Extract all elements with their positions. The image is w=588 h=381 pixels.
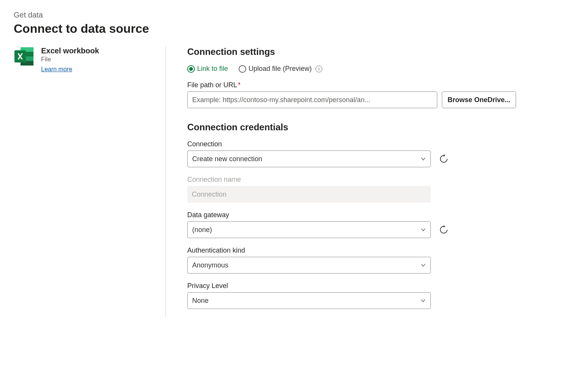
privacy-value: None [192, 297, 209, 305]
radio-link-to-file[interactable]: Link to file [187, 65, 228, 73]
source-type: File [41, 56, 99, 63]
gateway-label: Data gateway [187, 211, 516, 219]
info-icon[interactable]: i [316, 66, 322, 72]
radio-upload-label: Upload file (Preview) [249, 65, 312, 73]
radio-link-label: Link to file [197, 65, 228, 73]
chevron-down-icon [421, 156, 426, 162]
page-title: Connect to data source [14, 22, 574, 36]
connection-settings-heading: Connection settings [187, 46, 516, 57]
browse-onedrive-button[interactable]: Browse OneDrive... [442, 91, 516, 108]
auth-label: Authentication kind [187, 247, 516, 255]
filepath-input[interactable] [187, 91, 437, 108]
connection-credentials-heading: Connection credentials [187, 122, 516, 133]
refresh-gateway-button[interactable] [438, 224, 449, 235]
filepath-label: File path or URL* [187, 81, 516, 89]
breadcrumb: Get data [14, 11, 574, 19]
connection-dropdown[interactable]: Create new connection [187, 150, 431, 167]
learn-more-link[interactable]: Learn more [41, 66, 72, 73]
refresh-connection-button[interactable] [438, 154, 449, 164]
privacy-dropdown[interactable]: None [187, 292, 431, 309]
chevron-down-icon [421, 298, 426, 303]
privacy-label: Privacy Level [187, 282, 516, 290]
radio-upload-file[interactable]: Upload file (Preview) i [239, 65, 322, 73]
chevron-down-icon [421, 263, 426, 268]
radio-selected-icon [187, 65, 195, 73]
connection-name-input [187, 186, 431, 203]
gateway-value: (none) [192, 226, 212, 234]
source-name: Excel workbook [41, 46, 99, 55]
data-source-item: Excel workbook File Learn more [14, 46, 152, 73]
connection-name-label: Connection name [187, 176, 516, 184]
connection-value: Create new connection [192, 155, 262, 163]
auth-value: Anonymous [192, 261, 228, 269]
connection-label: Connection [187, 140, 516, 148]
radio-unselected-icon [239, 65, 246, 73]
gateway-dropdown[interactable]: (none) [187, 221, 431, 238]
auth-dropdown[interactable]: Anonymous [187, 257, 431, 274]
excel-icon [14, 46, 35, 66]
required-asterisk: * [238, 81, 241, 89]
chevron-down-icon [421, 227, 426, 232]
